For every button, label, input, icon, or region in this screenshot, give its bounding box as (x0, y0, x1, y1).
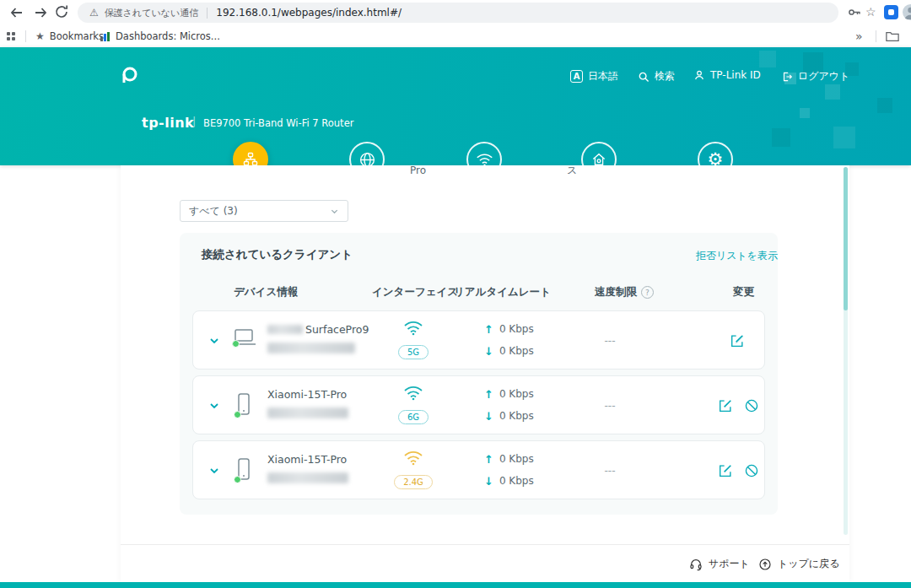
decor-pixel (772, 128, 790, 147)
expand-chevron-icon[interactable] (208, 335, 220, 347)
blurred-device-detail (267, 472, 348, 483)
star-glyph: ☆ (865, 5, 876, 19)
bookmarks-divider (25, 30, 26, 42)
expand-chevron-icon[interactable] (208, 400, 220, 412)
forward-arrow-icon (32, 4, 49, 21)
expand-chevron-icon[interactable] (208, 465, 220, 477)
band-badge: 6G (398, 410, 429, 424)
support-button[interactable]: サポート (689, 557, 750, 571)
block-icon[interactable] (744, 398, 759, 413)
reload-icon (54, 4, 69, 19)
security-warning-icon: ⚠ (89, 7, 99, 19)
router-header: tp-link | BE9700 Tri-Band Wi-Fi 7 Router… (0, 47, 911, 165)
decor-pixel (800, 108, 810, 118)
overflow-chevrons-icon: » (855, 30, 863, 43)
search-menu[interactable]: 検索 (638, 69, 675, 84)
column-modify: 変更 (733, 285, 754, 299)
wifi-band-icon (375, 320, 451, 336)
client-row: Xiaomi-15T-Pro 6G ↑0 Kbps ↓0 Kbps --- (192, 375, 765, 434)
blurred-name-prefix (267, 325, 303, 334)
edit-icon[interactable] (730, 333, 745, 348)
other-bookmarks-folder[interactable] (886, 29, 899, 44)
realtime-rate: ↑0 Kbps ↓0 Kbps (484, 386, 534, 429)
apps-grid-icon (7, 32, 15, 40)
upload-rate: 0 Kbps (499, 388, 534, 400)
online-status-dot (232, 340, 240, 348)
device-name-block: SurfacePro9 (267, 323, 369, 353)
decor-pixel (825, 84, 840, 100)
blurred-device-detail (267, 407, 348, 418)
back-to-top-button[interactable]: トップに戻る (758, 557, 839, 571)
bookmark-dashboards[interactable]: Dashboards: Micros... (100, 29, 220, 44)
bookmarks-star-icon: ★ (35, 29, 45, 44)
apps-grid-button[interactable] (7, 29, 15, 44)
bookmark-label: Bookmarks (50, 30, 104, 42)
forward-button[interactable] (32, 4, 49, 21)
browser-toolbar: ⚠ 保護されていない通信 192.168.0.1/webpages/index.… (0, 0, 911, 25)
column-interface: インターフェイス (372, 285, 458, 299)
header-divider: | (192, 115, 196, 127)
upload-arrow-icon: ↑ (484, 388, 493, 401)
extension-icon[interactable] (884, 5, 898, 19)
logout-icon (781, 71, 793, 83)
blocklist-link[interactable]: 拒否リストを表示 (696, 249, 778, 263)
connected-clients-section: 接続されているクライアント 拒否リストを表示 デバイス情報 インターフェイス リ… (180, 233, 778, 515)
page-bottom-strip (0, 582, 911, 588)
language-menu[interactable]: A 日本語 (570, 69, 618, 84)
upload-rate: 0 Kbps (499, 453, 534, 465)
avatar-person-icon (903, 4, 911, 20)
scrollbar-thumb[interactable] (844, 167, 848, 310)
row-actions (730, 333, 745, 348)
back-button[interactable] (8, 4, 25, 21)
row-actions (718, 463, 759, 478)
bookmark-bookmarks[interactable]: ★ Bookmarks (35, 29, 104, 44)
profile-avatar[interactable] (903, 4, 911, 20)
address-bar[interactable]: ⚠ 保護されていない通信 192.168.0.1/webpages/index.… (78, 3, 838, 23)
device-name: Xiaomi-15T-Pro (267, 388, 347, 401)
folder-icon (886, 31, 899, 42)
bookmarks-overflow-button[interactable]: » (855, 29, 863, 44)
logout-menu[interactable]: ログアウト (781, 69, 849, 84)
upload-arrow-icon: ↑ (484, 323, 493, 336)
phone-icon (230, 392, 259, 421)
edit-icon[interactable] (718, 398, 733, 413)
device-name-block: Xiaomi-15T-Pro (267, 388, 348, 418)
edit-icon[interactable] (718, 463, 733, 478)
url-text: 192.168.0.1/webpages/index.html#/ (216, 7, 402, 19)
omnibox-divider (207, 8, 208, 19)
headset-icon (689, 558, 703, 571)
password-key-icon[interactable] (847, 5, 861, 19)
download-rate: 0 Kbps (499, 410, 534, 422)
bookmark-star-icon[interactable]: ☆ (865, 3, 876, 19)
person-icon (693, 69, 705, 81)
clipped-text: ス (567, 165, 577, 174)
online-status-dot (234, 411, 241, 418)
dashboard-bars-icon (100, 31, 111, 42)
online-status-dot (234, 476, 241, 483)
client-filter-dropdown[interactable]: すべて (3) (180, 200, 348, 222)
footer-divider (121, 544, 849, 545)
back-to-top-label: トップに戻る (778, 557, 839, 571)
section-title: 接続されているクライアント (202, 247, 353, 262)
device-name-block: Xiaomi-15T-Pro (267, 453, 348, 483)
tplink-logo-mark (118, 66, 140, 86)
help-icon[interactable]: ? (641, 286, 654, 299)
blurred-device-detail (267, 343, 355, 353)
speed-limit-value: --- (585, 400, 635, 412)
tplink-id-menu[interactable]: TP-Link ID (693, 69, 761, 81)
block-icon[interactable] (744, 463, 759, 478)
laptop-icon (230, 327, 259, 356)
reload-button[interactable] (54, 4, 71, 21)
filter-value: すべて (3) (189, 204, 238, 218)
support-label: サポート (709, 557, 750, 571)
column-realtime-rate: リアルタイムレート (454, 285, 551, 299)
phone-icon (230, 457, 259, 486)
upload-arrow-icon: ↑ (484, 453, 493, 466)
decor-pixel (759, 51, 776, 67)
up-circle-icon (758, 558, 772, 571)
client-row: SurfacePro9 5G ↑0 Kbps ↓0 Kbps --- (192, 310, 765, 370)
client-row: Xiaomi-15T-Pro 2.4G ↑0 Kbps ↓0 Kbps --- (192, 440, 765, 499)
chevron-down-icon (330, 207, 339, 216)
band-badge: 2.4G (394, 475, 433, 489)
column-speed-limit: 速度制限 ? (595, 285, 654, 299)
